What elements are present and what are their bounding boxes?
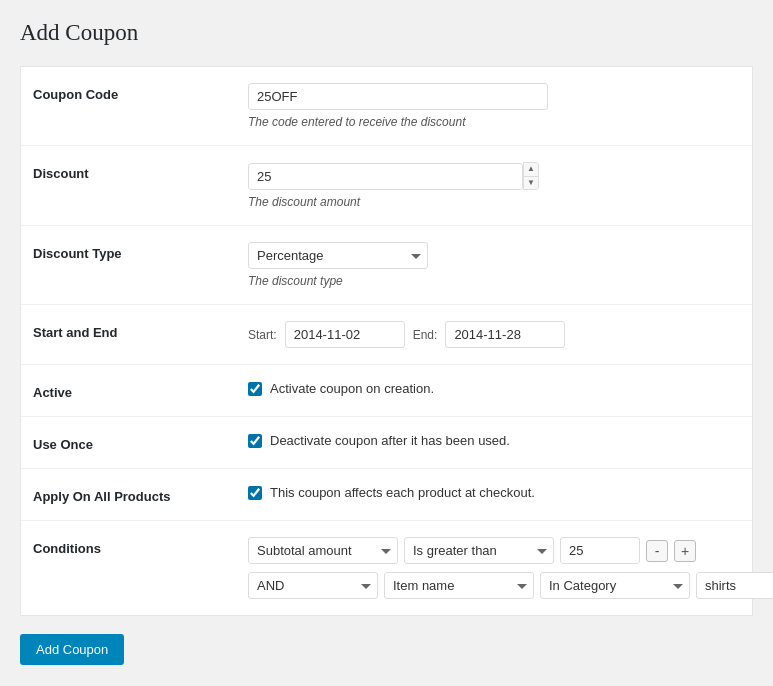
condition1-field-select[interactable]: Subtotal amount Item name [248,537,398,564]
page-title: Add Coupon [20,20,753,46]
discount-input[interactable] [248,163,523,190]
apply-all-checkbox[interactable] [248,486,262,500]
apply-all-label: Apply On All Products [33,485,248,504]
discount-label: Discount [33,162,248,181]
start-end-field: Start: End: [248,321,740,348]
conditions-label: Conditions [33,537,248,556]
use-once-row: Use Once Deactivate coupon after it has … [21,417,752,469]
condition-row-1: Subtotal amount Item name Is greater tha… [248,537,773,564]
active-label: Active [33,381,248,400]
discount-type-field: Percentage Fixed Amount The discount typ… [248,242,740,288]
add-coupon-button[interactable]: Add Coupon [20,634,124,665]
active-checkbox[interactable] [248,382,262,396]
discount-increment[interactable]: ▲ [524,163,538,177]
active-field: Activate coupon on creation. [248,381,740,396]
apply-all-checkbox-row: This coupon affects each product at chec… [248,485,740,500]
end-label: End: [413,328,438,342]
start-end-label: Start and End [33,321,248,340]
discount-type-help: The discount type [248,274,740,288]
start-label: Start: [248,328,277,342]
discount-type-row: Discount Type Percentage Fixed Amount Th… [21,226,752,305]
condition2-operator-select[interactable]: In Category Not In Category [540,572,690,599]
conditions-row: Conditions Subtotal amount Item name Is … [21,521,752,615]
date-row: Start: End: [248,321,740,348]
condition2-field-select[interactable]: Item name Subtotal amount [384,572,534,599]
discount-type-label: Discount Type [33,242,248,261]
coupon-code-help: The code entered to receive the discount [248,115,740,129]
condition1-add-button[interactable]: + [674,540,696,562]
discount-field: ▲ ▼ The discount amount [248,162,740,209]
use-once-label: Use Once [33,433,248,452]
coupon-code-input[interactable] [248,83,548,110]
condition2-conjunction-select[interactable]: AND OR [248,572,378,599]
active-row: Active Activate coupon on creation. [21,365,752,417]
discount-row: Discount ▲ ▼ The discount amount [21,146,752,226]
conditions-wrap: Subtotal amount Item name Is greater tha… [248,537,773,599]
use-once-checkbox-row: Deactivate coupon after it has been used… [248,433,740,448]
apply-all-row: Apply On All Products This coupon affect… [21,469,752,521]
discount-decrement[interactable]: ▼ [524,177,538,190]
discount-help: The discount amount [248,195,740,209]
active-checkbox-label: Activate coupon on creation. [270,381,434,396]
apply-all-field: This coupon affects each product at chec… [248,485,740,500]
condition1-operator-select[interactable]: Is greater than Is less than Is equal to [404,537,554,564]
apply-all-checkbox-label: This coupon affects each product at chec… [270,485,535,500]
coupon-code-label: Coupon Code [33,83,248,102]
add-coupon-form: Coupon Code The code entered to receive … [20,66,753,616]
conditions-field: Subtotal amount Item name Is greater tha… [248,537,773,599]
active-checkbox-row: Activate coupon on creation. [248,381,740,396]
use-once-field: Deactivate coupon after it has been used… [248,433,740,448]
condition1-value-input[interactable] [560,537,640,564]
use-once-checkbox-label: Deactivate coupon after it has been used… [270,433,510,448]
condition-row-2: AND OR Item name Subtotal amount In Cate… [248,572,773,599]
discount-input-wrap: ▲ ▼ [248,162,740,190]
coupon-code-row: Coupon Code The code entered to receive … [21,67,752,146]
use-once-checkbox[interactable] [248,434,262,448]
discount-type-select[interactable]: Percentage Fixed Amount [248,242,428,269]
start-date-input[interactable] [285,321,405,348]
coupon-code-field: The code entered to receive the discount [248,83,740,129]
discount-spinner: ▲ ▼ [523,162,539,190]
end-date-input[interactable] [445,321,565,348]
condition2-value-input[interactable] [696,572,773,599]
start-end-row: Start and End Start: End: [21,305,752,365]
condition1-remove-button[interactable]: - [646,540,668,562]
